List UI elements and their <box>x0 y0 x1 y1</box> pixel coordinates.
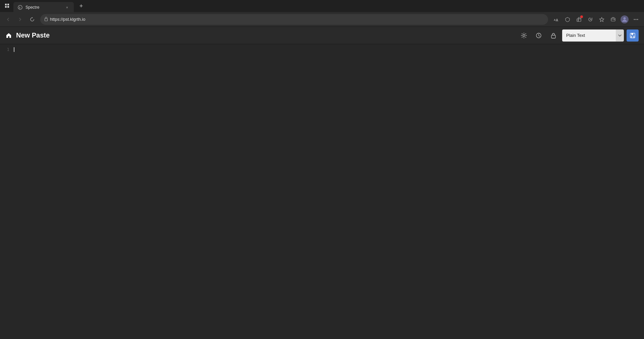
address-input[interactable] <box>50 17 544 22</box>
syntax-dropdown-arrow[interactable] <box>616 29 624 42</box>
tab-favicon: S <box>17 5 23 10</box>
text-cursor <box>14 47 14 52</box>
tab-title: Spectre <box>25 5 62 10</box>
editor-area[interactable]: 1 <box>0 44 644 339</box>
toolbar-right: Plain Text JavaScript Python HTML CSS C … <box>518 29 639 42</box>
svg-rect-11 <box>578 19 581 21</box>
app-toolbar: New Paste <box>0 27 644 44</box>
svg-point-13 <box>614 19 614 20</box>
svg-rect-1 <box>7 4 9 5</box>
tab-close-button[interactable]: × <box>64 5 70 10</box>
favorites-button[interactable] <box>596 14 607 25</box>
lock-button[interactable] <box>547 29 559 42</box>
page-title: New Paste <box>16 31 518 39</box>
profile-avatar <box>621 15 629 23</box>
save-button[interactable] <box>627 29 639 42</box>
translate-button[interactable]: A A <box>551 14 561 25</box>
svg-rect-3 <box>7 6 9 8</box>
svg-rect-19 <box>551 35 555 38</box>
tab-bar-left <box>3 1 12 11</box>
profile-button[interactable] <box>619 14 630 25</box>
refresh-button[interactable] <box>27 14 38 25</box>
expiry-button[interactable] <box>533 29 545 42</box>
svg-text:A: A <box>556 18 558 22</box>
svg-point-16 <box>636 19 637 20</box>
line-content <box>13 47 14 52</box>
syntax-select[interactable]: Plain Text JavaScript Python HTML CSS C … <box>562 29 616 42</box>
new-tab-button[interactable]: + <box>76 1 86 11</box>
svg-text:S: S <box>19 6 21 9</box>
svg-rect-12 <box>611 18 615 21</box>
svg-rect-0 <box>5 4 7 5</box>
nav-right-buttons: A A <box>551 14 641 25</box>
svg-point-14 <box>624 17 626 19</box>
address-bar-container[interactable] <box>40 14 548 25</box>
home-icon[interactable] <box>5 32 12 39</box>
nav-bar: A A <box>0 12 644 27</box>
security-button[interactable] <box>562 14 573 25</box>
svg-rect-23 <box>632 36 634 38</box>
svg-point-15 <box>634 19 635 20</box>
settings-button[interactable] <box>518 29 530 42</box>
forward-button[interactable] <box>15 14 25 25</box>
svg-point-17 <box>637 19 638 20</box>
notification-dot <box>580 15 583 18</box>
active-tab[interactable]: S Spectre × <box>13 2 74 13</box>
back-button[interactable] <box>3 14 13 25</box>
line-number: 1 <box>0 47 13 52</box>
svg-rect-2 <box>5 6 7 8</box>
collections-button[interactable] <box>608 14 619 25</box>
svg-rect-6 <box>45 19 48 21</box>
svg-rect-21 <box>631 33 633 35</box>
extensions-button[interactable] <box>574 14 584 25</box>
browser-chrome: S Spectre × + <box>0 0 644 339</box>
menu-button[interactable] <box>631 14 641 25</box>
tab-bar: S Spectre × + <box>0 0 644 12</box>
editor-line: 1 <box>0 47 644 54</box>
address-lock-icon <box>44 17 48 22</box>
tab-grid-button[interactable] <box>3 1 12 11</box>
history-button[interactable] <box>585 14 596 25</box>
syntax-selector[interactable]: Plain Text JavaScript Python HTML CSS C … <box>562 29 624 42</box>
